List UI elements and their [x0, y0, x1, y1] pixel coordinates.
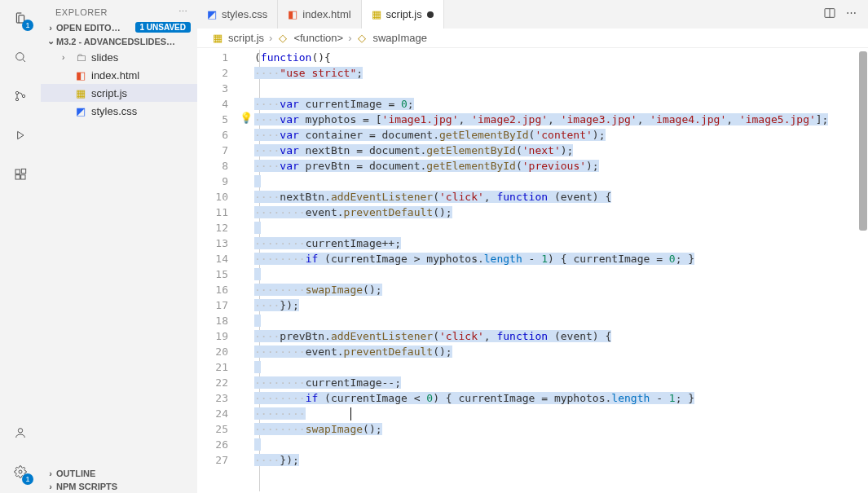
svg-rect-4 — [15, 169, 20, 174]
folder-section[interactable]: ⌄ M3.2 - ADVANCEDSLIDES… — [41, 34, 197, 48]
chevron-right-icon: › — [45, 23, 56, 33]
folder-icon: 🗀 — [73, 51, 88, 64]
account-icon[interactable] — [9, 421, 32, 444]
chevron-right-icon: › — [45, 482, 56, 491]
tree-file-styles[interactable]: ◩ styles.css — [41, 102, 197, 120]
settings-badge: 1 — [22, 473, 33, 485]
chevron-down-icon: ⌄ — [45, 36, 56, 46]
chevron-right-icon: › — [269, 32, 272, 44]
search-icon[interactable] — [9, 46, 32, 68]
svg-point-1 — [15, 91, 18, 94]
explorer-icon[interactable]: 1 — [9, 7, 32, 29]
scrollbar-thumb[interactable] — [859, 51, 867, 231]
html-file-icon: ◧ — [73, 69, 88, 81]
js-file-icon: ▦ — [372, 8, 381, 20]
extensions-icon[interactable] — [9, 163, 32, 186]
tree-file-index[interactable]: ◧ index.html — [41, 66, 197, 84]
tab-script[interactable]: ▦script.js — [362, 0, 444, 29]
svg-rect-5 — [15, 175, 20, 179]
symbol-function-icon: ◇ — [356, 33, 368, 44]
split-editor-icon[interactable] — [823, 7, 836, 22]
chevron-right-icon: › — [62, 53, 73, 62]
editor[interactable]: 1234567891011121314151617181920212223242… — [197, 48, 868, 493]
open-editors-section[interactable]: › OPEN EDITO… 1 UNSAVED — [41, 20, 197, 34]
unsaved-badge: 1 UNSAVED — [135, 22, 192, 33]
svg-point-9 — [19, 470, 22, 473]
line-numbers: 1234567891011121314151617181920212223242… — [197, 48, 238, 493]
sidebar: EXPLORER ⋯ › OPEN EDITO… 1 UNSAVED ⌄ M3.… — [41, 0, 197, 493]
chevron-right-icon: › — [348, 32, 351, 44]
tab-styles[interactable]: ◩styles.css — [197, 0, 278, 29]
js-file-icon: ▦ — [212, 33, 223, 44]
activity-bar: 1 1 — [0, 0, 41, 493]
html-file-icon: ◧ — [288, 8, 297, 20]
breadcrumb[interactable]: ▦ script.js › ◇ <function> › ◇ swapImage — [197, 29, 868, 48]
lightbulb-icon[interactable]: 💡 — [240, 112, 253, 124]
more-icon[interactable]: ⋯ — [846, 7, 857, 22]
run-debug-icon[interactable] — [9, 124, 32, 147]
svg-point-0 — [16, 53, 24, 60]
svg-point-8 — [18, 429, 22, 433]
tab-bar: ◩styles.css ◧index.html ▦script.js ⋯ — [197, 0, 868, 29]
css-file-icon: ◩ — [207, 8, 217, 20]
tree-folder-slides[interactable]: › 🗀 slides — [41, 48, 197, 66]
css-file-icon: ◩ — [73, 105, 88, 117]
dirty-dot-icon — [427, 11, 434, 18]
sidebar-more-icon[interactable]: ⋯ — [178, 7, 188, 17]
npm-scripts-section[interactable]: › NPM SCRIPTS — [41, 480, 197, 493]
settings-icon[interactable]: 1 — [9, 460, 32, 483]
tree-file-script[interactable]: ▦ script.js — [41, 84, 197, 102]
outline-section[interactable]: › OUTLINE — [41, 467, 197, 480]
symbol-function-icon: ◇ — [277, 33, 289, 44]
tab-index[interactable]: ◧index.html — [278, 0, 361, 29]
svg-point-3 — [22, 95, 24, 97]
svg-rect-6 — [21, 175, 25, 179]
svg-point-2 — [15, 98, 18, 100]
js-file-icon: ▦ — [73, 87, 88, 99]
sidebar-title: EXPLORER — [55, 7, 108, 17]
chevron-right-icon: › — [45, 469, 56, 478]
svg-rect-7 — [21, 169, 25, 173]
explorer-badge: 1 — [22, 20, 33, 31]
code-area[interactable]: (function(){····"use strict";····var cur… — [254, 48, 868, 493]
source-control-icon[interactable] — [9, 85, 32, 108]
scrollbar[interactable] — [858, 48, 868, 493]
